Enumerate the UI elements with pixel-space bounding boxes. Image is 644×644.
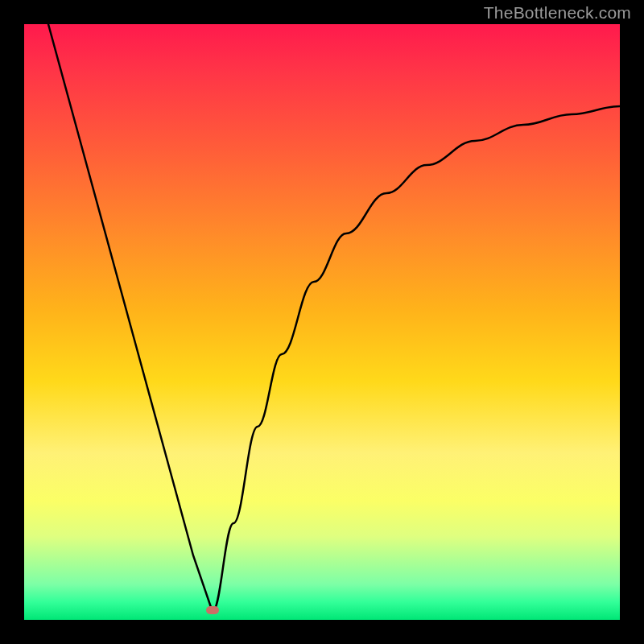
curve-right-branch	[213, 106, 620, 612]
curve-left-branch	[48, 24, 213, 612]
watermark-text: TheBottleneck.com	[484, 3, 631, 23]
bottleneck-curve	[24, 24, 620, 620]
minimum-marker	[206, 606, 219, 614]
chart-frame: TheBottleneck.com	[0, 0, 644, 644]
plot-area	[24, 24, 620, 620]
